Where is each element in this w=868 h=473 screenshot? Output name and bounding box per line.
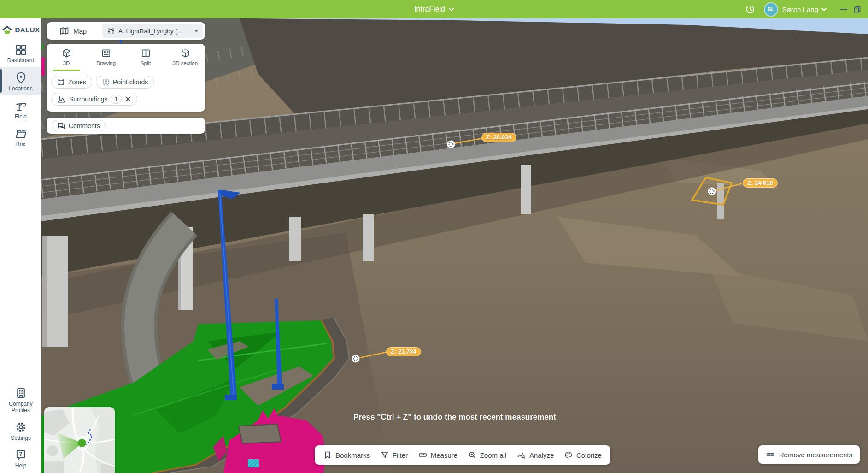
tab-3d[interactable]: 3D [47, 48, 86, 71]
restore-window-button[interactable] [853, 5, 862, 14]
model-selector-value: A. LightRail_Lyngby (... [118, 28, 191, 35]
close-icon[interactable] [125, 96, 131, 102]
zoom-all-icon [468, 451, 476, 459]
drawing-icon [101, 48, 111, 59]
sidebar-item-box[interactable]: Box [0, 123, 41, 151]
map-icon [59, 26, 69, 35]
zones-chip[interactable]: Zones [51, 76, 92, 89]
minimap[interactable] [44, 407, 115, 473]
top-bar: InfraField SL Søren Lang [0, 0, 868, 18]
analyze-button[interactable]: Analyze [517, 451, 554, 459]
sidebar-item-field[interactable]: Field [0, 95, 41, 123]
layer-chips: Zones Point clouds [47, 71, 205, 106]
point-cloud-icon [102, 78, 110, 86]
map-panel: Map A. LightRail_Lyngby (... [47, 22, 205, 40]
chevron-down-icon [449, 8, 454, 11]
comments-chip[interactable]: Comments [52, 120, 106, 131]
filter-button[interactable]: Filter [381, 451, 408, 459]
dropdown-caret-icon [194, 30, 199, 32]
map-button-label: Map [73, 27, 87, 35]
view-panel: 3D Drawing Split [47, 44, 205, 112]
measurement-label[interactable]: Z: 21.784 [386, 347, 421, 356]
comments-panel: Comments [47, 118, 205, 134]
analyze-icon [517, 451, 526, 459]
split-view-icon [141, 48, 151, 59]
colorize-button[interactable]: Colorize [564, 451, 602, 459]
app-switcher[interactable]: InfraField [414, 0, 454, 18]
palette-icon [564, 451, 573, 459]
sidebar-item-locations[interactable]: Locations [0, 67, 41, 95]
svg-text:?: ? [19, 451, 22, 457]
surroundings-terrain-icon [57, 95, 66, 103]
gear-icon [15, 421, 27, 433]
minimap-position-dot [78, 439, 86, 447]
bookmark-icon [323, 451, 332, 459]
location-pin-icon [15, 71, 27, 84]
sidebar-item-help[interactable]: ? Help [0, 444, 41, 472]
sidebar-item-company-profiles[interactable]: Company Profiles [0, 382, 41, 417]
3d-viewport[interactable]: Z: 28.034 Z: 24.618 Z: 21.784 Press "Ctr… [41, 18, 868, 473]
history-icon[interactable] [745, 4, 756, 15]
view-tabs: 3D Drawing Split [47, 44, 205, 71]
minimap-canvas [44, 407, 115, 473]
sidebar: DALUX Dashboard Locations Field [0, 18, 41, 473]
cube-3d-icon [61, 48, 72, 59]
building-icon [15, 387, 27, 399]
user-menu-chevron-icon[interactable] [821, 8, 827, 11]
tab-3d-section[interactable]: 3D section [165, 48, 205, 71]
sidebar-item-dashboard[interactable]: Dashboard [0, 39, 41, 67]
dashboard-icon [15, 44, 27, 56]
model-selector[interactable]: A. LightRail_Lyngby (... [102, 24, 203, 38]
crane-icon [15, 100, 27, 112]
app-title: InfraField [414, 5, 445, 13]
ruler-icon [418, 451, 427, 459]
zoom-all-button[interactable]: Zoom all [468, 451, 507, 459]
remove-measurements-button[interactable]: Remove measurements [758, 445, 860, 464]
dalux-house-icon [1, 25, 13, 35]
cube-section-icon [180, 48, 191, 59]
tune-icon [107, 27, 115, 35]
ruler-icon [766, 450, 775, 459]
surroundings-count-badge: 1 [111, 95, 122, 104]
measure-button[interactable]: Measure [418, 451, 457, 459]
minimize-button[interactable] [840, 9, 847, 10]
point-clouds-chip[interactable]: Point clouds [96, 76, 154, 89]
dalux-logo[interactable]: DALUX [1, 25, 40, 35]
measurement-label[interactable]: Z: 28.034 [481, 133, 516, 142]
folder-documents-icon [15, 127, 27, 140]
avatar[interactable]: SL [764, 2, 778, 17]
tab-drawing[interactable]: Drawing [86, 48, 126, 71]
sidebar-item-settings[interactable]: Settings [0, 416, 41, 444]
user-name[interactable]: Søren Lang [782, 6, 818, 13]
help-icon: ? [15, 449, 27, 461]
zones-icon [57, 78, 65, 86]
surroundings-chip[interactable]: Surroundings 1 [51, 93, 137, 106]
bottom-toolbar: Bookmarks Filter Measure [315, 445, 610, 465]
filter-icon [381, 451, 389, 459]
tab-split[interactable]: Split [126, 48, 165, 71]
comments-icon [57, 122, 65, 130]
bookmarks-button[interactable]: Bookmarks [323, 451, 370, 459]
measurement-label[interactable]: Z: 24.618 [743, 178, 778, 188]
map-button[interactable]: Map [59, 26, 87, 35]
